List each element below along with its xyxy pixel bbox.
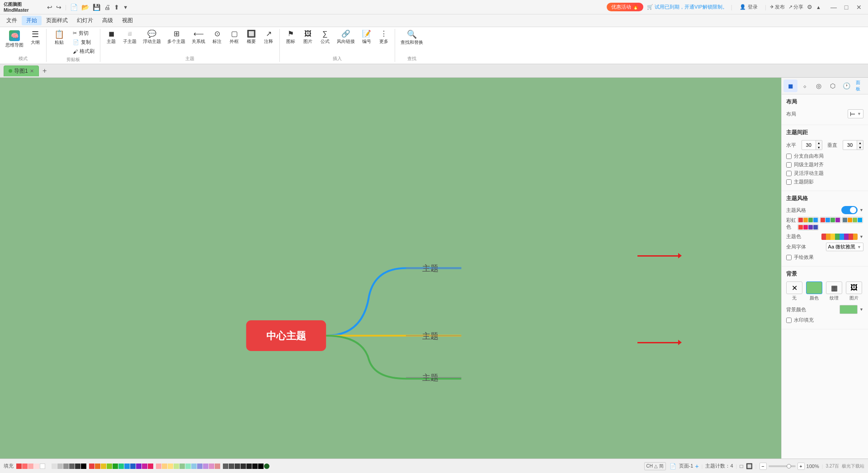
menu-page-style[interactable]: 页面样式 xyxy=(42,16,72,25)
palette-color[interactable] xyxy=(209,464,214,469)
ribbon-btn-summary[interactable]: 🔲 概要 xyxy=(243,29,259,46)
horizontal-spin-down[interactable]: ▼ xyxy=(816,145,822,150)
close-btn[interactable]: ✕ xyxy=(854,3,864,12)
palette-color[interactable] xyxy=(81,464,86,469)
menu-slides[interactable]: 幻灯片 xyxy=(72,16,98,25)
horizontal-spin-up[interactable]: ▲ xyxy=(816,140,822,145)
open-btn[interactable]: 📂 xyxy=(81,4,89,11)
flexible-checkbox[interactable] xyxy=(786,171,792,176)
bg-option-texture[interactable]: ▦ 纹理 xyxy=(826,281,842,301)
zoom-out-btn[interactable]: − xyxy=(760,463,767,470)
palette-color[interactable] xyxy=(179,464,185,469)
shadow-checkbox[interactable] xyxy=(786,179,792,185)
palette-color[interactable] xyxy=(75,464,80,469)
trial-text[interactable]: 🛒 试用已到期，开通VIP解锁限制。 xyxy=(647,4,727,10)
palette-color[interactable] xyxy=(185,464,191,469)
theme-color-arrow[interactable]: ▼ xyxy=(859,234,863,239)
login-button[interactable]: 👤 登录 xyxy=(736,3,761,11)
maximize-btn[interactable]: □ xyxy=(841,3,852,12)
ribbon-btn-mindmap[interactable]: 🧠 思维导图 xyxy=(3,29,26,50)
hand-draw-checkbox[interactable] xyxy=(786,255,792,260)
export-btn[interactable]: ⬆ xyxy=(114,4,119,11)
palette-color[interactable] xyxy=(258,464,264,469)
palette-color[interactable] xyxy=(162,464,167,469)
palette-color[interactable] xyxy=(235,464,240,469)
ribbon-btn-number[interactable]: 📝 编号 xyxy=(359,29,375,46)
free-layout-checkbox[interactable] xyxy=(786,154,792,159)
palette-color[interactable] xyxy=(168,464,173,469)
panel-side-btn[interactable]: 面板 xyxy=(854,79,866,93)
publish-btn[interactable]: ✈ 发布 xyxy=(770,4,785,10)
palette-color[interactable] xyxy=(63,464,69,469)
color-group-1[interactable] xyxy=(797,217,819,223)
menu-view[interactable]: 视图 xyxy=(118,16,137,25)
ribbon-btn-find[interactable]: 🔍 查找和替换 xyxy=(398,29,426,47)
settings-btn[interactable]: ⚙ xyxy=(807,4,812,10)
palette-color[interactable] xyxy=(113,464,118,469)
menu-start[interactable]: 开始 xyxy=(22,16,42,25)
expand-btn[interactable]: ▲ xyxy=(816,5,821,10)
panel-tab-theme[interactable]: ⬦ xyxy=(797,80,811,92)
palette-color[interactable] xyxy=(101,464,106,469)
palette-color[interactable] xyxy=(191,464,197,469)
view-icon-2[interactable]: 🔲 xyxy=(746,463,753,469)
bg-option-image[interactable]: 🖼 图片 xyxy=(846,281,862,301)
palette-color[interactable] xyxy=(118,464,124,469)
vertical-spin-down[interactable]: ▼ xyxy=(857,145,863,150)
palette-color[interactable] xyxy=(215,464,220,469)
color-group-3[interactable] xyxy=(842,217,863,223)
ribbon-btn-paste[interactable]: 📋 粘贴 xyxy=(49,29,69,47)
ribbon-btn-cut[interactable]: ✂ 剪切 xyxy=(70,29,97,37)
save-btn[interactable]: 💾 xyxy=(93,4,100,11)
panel-tab-history[interactable]: 🕐 xyxy=(840,80,854,92)
palette-color[interactable] xyxy=(130,464,136,469)
bg-option-none[interactable]: ✕ 无 xyxy=(786,281,802,301)
palette-color[interactable] xyxy=(241,464,246,469)
ribbon-btn-callout[interactable]: ⊙ 标注 xyxy=(209,29,225,46)
ribbon-btn-note[interactable]: ↗ 注释 xyxy=(260,29,277,46)
menu-advanced[interactable]: 高级 xyxy=(98,16,118,25)
panel-tab-shape[interactable]: ⬡ xyxy=(826,80,840,92)
promo-button[interactable]: 优惠活动 🔥 xyxy=(607,3,643,11)
palette-color[interactable] xyxy=(223,464,228,469)
palette-color[interactable] xyxy=(46,464,51,469)
ribbon-btn-format[interactable]: 🖌 格式刷 xyxy=(70,47,97,56)
watermark-checkbox[interactable] xyxy=(786,318,792,323)
palette-color[interactable] xyxy=(95,464,100,469)
palette-color[interactable] xyxy=(203,464,208,469)
ribbon-btn-more[interactable]: ⋮ 更多 xyxy=(376,29,392,46)
palette-color[interactable] xyxy=(156,464,161,469)
share-btn[interactable]: ↗ 分享 xyxy=(788,4,803,10)
tab-diagram1[interactable]: 导图1 ✕ xyxy=(4,66,39,76)
palette-color[interactable] xyxy=(52,464,57,469)
ribbon-btn-icon[interactable]: ⚑ 图标 xyxy=(283,29,299,46)
menu-file[interactable]: 文件 xyxy=(2,16,22,25)
print-btn[interactable]: 🖨 xyxy=(104,4,110,11)
vertical-input[interactable] xyxy=(843,140,857,150)
horizontal-input[interactable] xyxy=(802,140,816,150)
zoom-in-btn[interactable]: + xyxy=(797,463,805,470)
palette-color[interactable] xyxy=(174,464,179,469)
ribbon-btn-topic[interactable]: ◼ 主题 xyxy=(103,29,119,46)
theme-style-arrow[interactable]: ▼ xyxy=(859,208,863,212)
ribbon-btn-hyperlink[interactable]: 🔗 风向链接 xyxy=(334,29,358,46)
palette-color[interactable] xyxy=(69,464,75,469)
palette-color[interactable] xyxy=(16,464,22,469)
theme-style-toggle[interactable] xyxy=(841,206,858,214)
ribbon-btn-subtopic[interactable]: ◽ 子主题 xyxy=(120,29,139,46)
palette-color[interactable] xyxy=(40,464,45,469)
panel-tab-locate[interactable]: ◎ xyxy=(811,80,826,92)
palette-color[interactable] xyxy=(142,464,147,469)
palette-color[interactable] xyxy=(197,464,203,469)
vertical-spin-up[interactable]: ▲ xyxy=(857,140,863,145)
layout-dropdown[interactable]: ⊢ ▼ xyxy=(848,109,863,118)
bg-color-arrow[interactable]: ▼ xyxy=(859,307,863,312)
ribbon-btn-copy[interactable]: 📄 复制 xyxy=(70,38,97,47)
minimize-btn[interactable]: — xyxy=(828,3,839,12)
palette-color[interactable] xyxy=(89,464,94,469)
ribbon-btn-relation[interactable]: ⟵ 关系线 xyxy=(189,29,208,46)
ribbon-btn-outline[interactable]: ☰ 大纲 xyxy=(27,29,43,47)
bg-option-color[interactable]: 颜色 xyxy=(806,281,822,301)
ribbon-btn-formula[interactable]: ∑ 公式 xyxy=(317,29,333,46)
ribbon-btn-frame[interactable]: ▢ 外框 xyxy=(226,29,242,46)
